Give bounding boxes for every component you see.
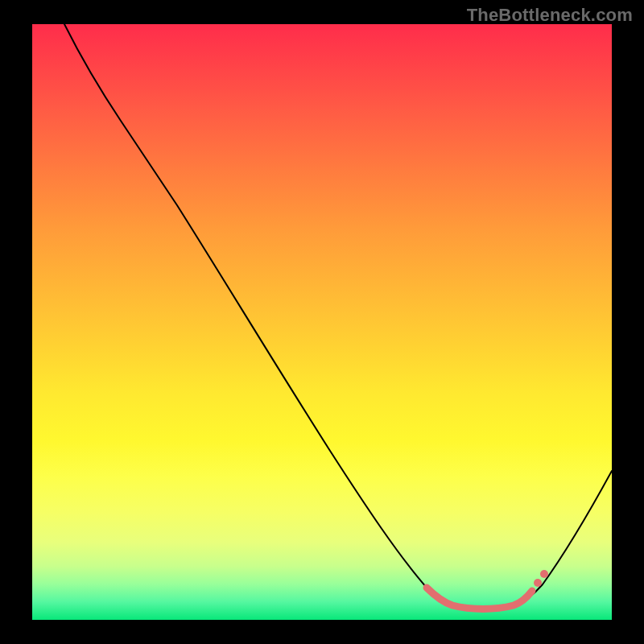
marker-dot: [540, 570, 548, 578]
chart-plot-area: [32, 24, 612, 620]
optimal-zone-marker: [427, 588, 532, 609]
bottleneck-curve: [64, 24, 612, 609]
marker-dot: [534, 579, 542, 587]
chart-curve-layer: [32, 24, 612, 620]
watermark-text: TheBottleneck.com: [467, 5, 633, 26]
